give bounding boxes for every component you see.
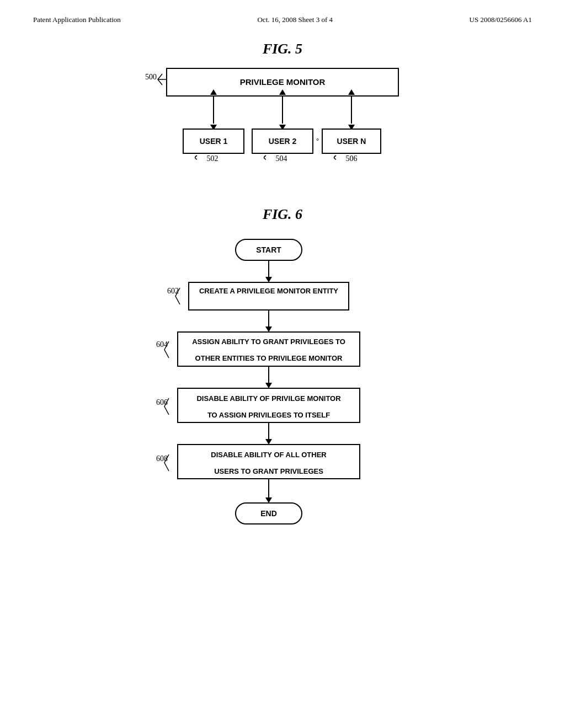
header-left: Patent Application Publication [33, 15, 121, 24]
svg-text:608: 608 [156, 454, 168, 463]
svg-text:504: 504 [276, 154, 287, 163]
svg-text:PRIVILEGE MONITOR: PRIVILEGE MONITOR [240, 77, 326, 87]
svg-text:CREATE A PRIVILEGE MONITOR ENT: CREATE A PRIVILEGE MONITOR ENTITY [199, 287, 338, 295]
page-header: Patent Application Publication Oct. 16, … [0, 0, 565, 24]
fig6-diagram: START CREATE A PRIVILEGE MONITOR ENTITY … [89, 228, 476, 625]
fig5-diagram: PRIVILEGE MONITOR 500 USER 1 502 USER 2 … [111, 57, 454, 179]
svg-text:DISABLE ABILITY OF PRIVILGE MO: DISABLE ABILITY OF PRIVILGE MONITOR [196, 394, 341, 403]
svg-marker-48 [265, 497, 272, 503]
svg-text:TO ASSIGN PRIVILEGES TO ITSELF: TO ASSIGN PRIVILEGES TO ITSELF [207, 411, 330, 419]
svg-marker-30 [265, 326, 272, 332]
svg-text:506: 506 [346, 154, 358, 163]
svg-text:START: START [256, 245, 281, 254]
svg-text:OTHER ENTITIES TO PRIVILEGE MO: OTHER ENTITIES TO PRIVILEGE MONITOR [195, 354, 343, 362]
fig6-section: FIG. 6 START CREATE A PRIVILEGE MONITOR … [89, 206, 476, 625]
svg-text:502: 502 [207, 154, 218, 163]
svg-text:DISABLE ABILITY OF ALL OTHER: DISABLE ABILITY OF ALL OTHER [211, 451, 327, 459]
fig5-title: FIG. 5 [89, 41, 476, 57]
svg-marker-36 [265, 383, 272, 388]
svg-text:ASSIGN ABILITY TO GRANT PRIVIL: ASSIGN ABILITY TO GRANT PRIVILEGES TO [192, 338, 345, 346]
svg-text:USER 1: USER 1 [200, 137, 228, 146]
svg-text:606: 606 [156, 398, 168, 406]
svg-marker-25 [265, 277, 272, 282]
fig6-title: FIG. 6 [89, 206, 476, 223]
header-middle: Oct. 16, 2008 Sheet 3 of 4 [257, 15, 332, 24]
fig5-section: FIG. 5 PRIVILEGE MONITOR 500 USER 1 502 … [89, 41, 476, 179]
svg-text:USER 2: USER 2 [269, 137, 297, 146]
svg-marker-42 [265, 439, 272, 445]
svg-text:USERS TO GRANT PRIVILEGES: USERS TO GRANT PRIVILEGES [214, 467, 323, 475]
svg-text:500: 500 [145, 73, 157, 81]
svg-text:USER N: USER N [337, 137, 366, 146]
svg-text:END: END [260, 509, 277, 518]
header-right: US 2008/0256606 A1 [470, 15, 532, 24]
